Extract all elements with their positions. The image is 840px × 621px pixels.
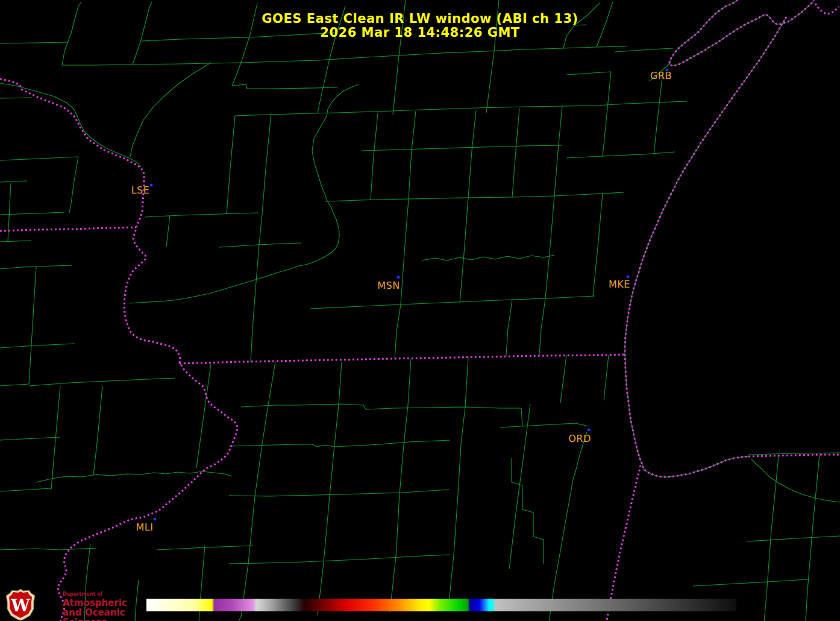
county-boundary-line <box>0 42 68 43</box>
county-boundary-line <box>0 157 78 160</box>
uw-crest-icon: W <box>5 588 36 621</box>
county-boundary-line <box>69 157 78 213</box>
county-boundary-line <box>229 490 449 496</box>
city-label-mke: MKE <box>609 279 630 290</box>
county-boundary-line <box>235 106 597 116</box>
county-boundary-line <box>460 198 468 303</box>
satellite-viewer: LSEGRBMSNMKEORDMLI GOES East Clean IR LW… <box>0 0 840 621</box>
county-boundary-line <box>390 359 411 612</box>
county-boundary-line <box>506 300 512 356</box>
state-border-dotted-line <box>625 17 786 477</box>
county-boundary-line <box>0 548 96 550</box>
city-label-grb: GRB <box>650 70 672 81</box>
county-boundary-line <box>93 386 102 475</box>
county-boundary-line <box>625 17 786 477</box>
county-boundary-line <box>566 152 675 158</box>
county-boundary-line <box>468 110 476 198</box>
county-boundary-line <box>560 355 566 403</box>
county-boundary-line <box>603 72 611 156</box>
county-boundary-line <box>0 212 64 215</box>
county-boundary-line <box>0 488 51 491</box>
county-boundary-line <box>545 196 554 298</box>
county-boundary-line <box>512 109 519 197</box>
county-boundary-line <box>130 84 359 303</box>
city-label-lse: LSE <box>131 184 150 196</box>
county-boundary-line <box>196 364 211 468</box>
county-boundary-line <box>395 304 401 359</box>
county-boundary-line <box>409 111 416 199</box>
county-boundary-line <box>145 213 258 217</box>
image-title: GOES East Clean IR LW window (ABI ch 13)… <box>0 12 840 40</box>
county-boundary-line <box>241 404 521 409</box>
county-boundary-line <box>747 536 840 541</box>
state-border-dotted-line <box>180 355 625 364</box>
county-boundary-line <box>0 241 31 242</box>
city-label-mli: MLI <box>136 522 154 533</box>
county-boundary-line <box>539 298 545 355</box>
city-dot-ord <box>588 429 590 431</box>
logo-line-2: and Oceanic Sciences <box>63 608 143 621</box>
county-boundary-line <box>371 113 378 200</box>
title-line-1: GOES East Clean IR LW window (ABI ch 13) <box>0 12 840 26</box>
county-boundary-line <box>325 192 624 201</box>
logo-dept-of: Department of <box>63 592 143 597</box>
city-dot-lse <box>150 184 152 186</box>
county-boundary-line <box>521 408 522 426</box>
county-boundary-line <box>654 72 663 154</box>
county-boundary-line <box>62 46 627 65</box>
county-boundary-line <box>448 358 468 609</box>
county-boundary-line <box>239 362 275 621</box>
county-boundary-line <box>251 245 259 362</box>
county-boundary-line <box>0 384 29 386</box>
county-boundary-line <box>29 267 36 384</box>
logo-line-1: Atmospheric <box>63 598 143 608</box>
city-label-ord: ORD <box>568 433 591 444</box>
uw-aos-logo: W Department of Atmospheric and Oceanic … <box>5 588 143 621</box>
county-boundary-line <box>227 116 235 214</box>
city-dot-mli <box>154 518 156 520</box>
county-boundary-line <box>362 145 562 151</box>
county-boundary-line <box>0 437 60 440</box>
county-boundary-line <box>509 404 530 569</box>
county-boundary-line <box>229 555 450 564</box>
county-boundary-line <box>130 63 211 157</box>
county-boundary-line <box>0 98 32 98</box>
county-boundary-line <box>8 183 11 241</box>
county-boundary-line <box>549 432 587 621</box>
county-boundary-line <box>554 106 562 196</box>
logo-text: Department of Atmospheric and Oceanic Sc… <box>63 592 143 621</box>
city-label-msn: MSN <box>377 280 400 291</box>
county-boundary-line <box>566 72 611 75</box>
county-boundary-line <box>259 113 271 245</box>
temperature-colorbar <box>146 599 736 611</box>
county-boundary-line <box>166 215 170 247</box>
title-line-2: 2026 Mar 18 14:48:26 GMT <box>0 26 840 40</box>
county-boundary-line <box>0 83 141 167</box>
county-boundary-line <box>500 423 589 427</box>
county-boundary-line <box>422 255 554 260</box>
county-boundary-line <box>748 453 840 455</box>
county-boundary-line <box>604 355 609 400</box>
county-boundary-line <box>219 243 301 247</box>
city-dot-mke <box>627 276 629 278</box>
county-boundary-line <box>693 579 807 586</box>
state-border-dotted-line <box>0 227 136 231</box>
state-border-dotted-line <box>607 465 641 621</box>
county-boundary-line <box>318 362 342 615</box>
county-boundary-line <box>401 199 409 304</box>
map-canvas: LSEGRBMSNMKEORDMLI <box>0 0 840 621</box>
county-boundary-line <box>751 459 840 502</box>
city-dot-msn <box>397 276 400 279</box>
county-boundary-line <box>597 101 687 106</box>
county-boundary-line <box>0 181 27 182</box>
county-boundary-line <box>0 344 75 348</box>
county-boundary-line <box>615 48 673 52</box>
svg-text:W: W <box>10 596 30 616</box>
county-boundary-line <box>593 194 603 296</box>
county-boundary-line <box>310 296 595 309</box>
state-border-dotted-line <box>748 455 840 456</box>
state-border-dotted-line <box>0 79 237 621</box>
county-boundary-line <box>232 84 337 89</box>
county-boundary-line <box>29 378 175 386</box>
county-boundary-line <box>36 471 232 482</box>
